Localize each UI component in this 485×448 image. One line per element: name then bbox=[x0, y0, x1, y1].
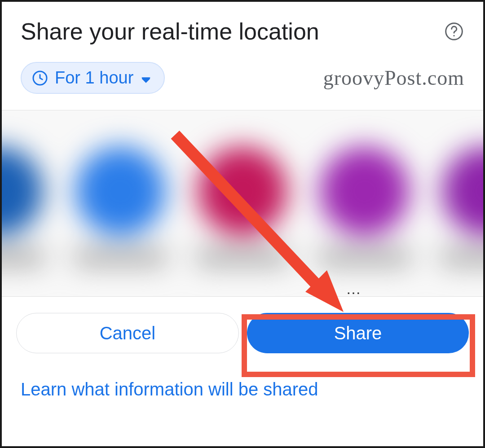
watermark-text: groovyPost.com bbox=[323, 66, 464, 90]
chevron-down-icon bbox=[141, 68, 150, 88]
learn-more-link[interactable]: Learn what information will be shared bbox=[0, 360, 485, 400]
contact-item[interactable] bbox=[440, 146, 485, 265]
clock-icon bbox=[31, 70, 48, 87]
contact-item[interactable] bbox=[0, 146, 45, 265]
share-button[interactable]: Share bbox=[247, 313, 469, 353]
help-icon[interactable] bbox=[444, 21, 464, 42]
page-title: Share your real-time location bbox=[21, 18, 319, 45]
duration-chip[interactable]: For 1 hour bbox=[21, 62, 165, 94]
duration-label: For 1 hour bbox=[55, 68, 133, 88]
contacts-carousel[interactable]: … bbox=[0, 110, 485, 297]
cancel-button[interactable]: Cancel bbox=[16, 313, 239, 353]
clipped-text-fragment: … bbox=[346, 281, 362, 296]
contact-item[interactable] bbox=[73, 146, 168, 265]
svg-point-1 bbox=[453, 35, 454, 36]
contact-item[interactable] bbox=[195, 146, 290, 265]
contact-item[interactable] bbox=[317, 146, 412, 265]
